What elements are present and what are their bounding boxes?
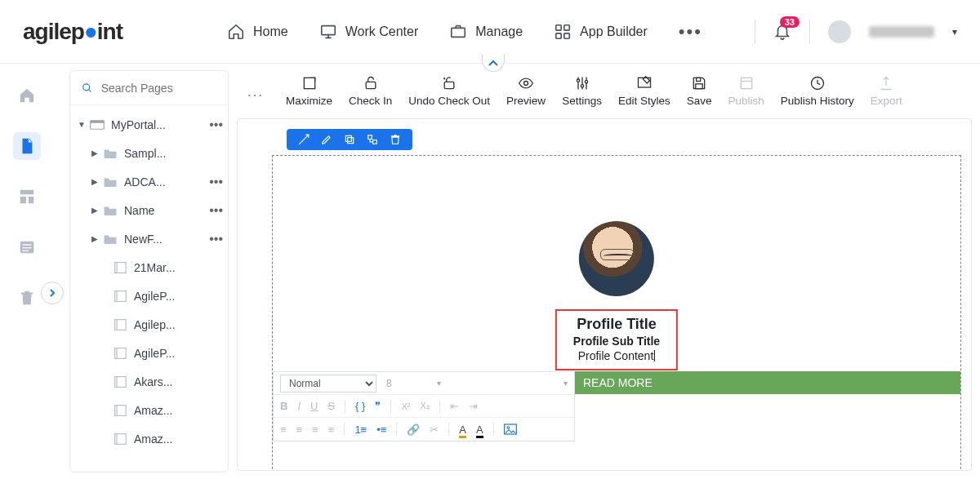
profile-title[interactable]: Profile Title: [573, 316, 660, 333]
tool-export: Export: [862, 75, 911, 107]
tree-folder[interactable]: ▶ Sampl...: [70, 139, 228, 167]
svg-rect-15: [91, 120, 105, 122]
nav-more[interactable]: •••: [679, 21, 702, 42]
rail-trash[interactable]: [13, 284, 41, 312]
rte-align-right[interactable]: ≡: [312, 424, 318, 436]
nav-home[interactable]: Home: [227, 23, 288, 41]
action-copy[interactable]: [344, 134, 355, 145]
expander-icon[interactable]: ▶: [90, 234, 100, 243]
rail-list[interactable]: [13, 233, 41, 261]
widget-container[interactable]: Profile Title Profile Sub Title Profile …: [272, 155, 961, 471]
maximize-icon: [301, 75, 318, 91]
row-menu[interactable]: •••: [204, 232, 228, 246]
rte-ordered-list[interactable]: 1≡: [354, 424, 367, 436]
rte-indent[interactable]: ⇥: [469, 400, 478, 412]
tool-settings[interactable]: Settings: [554, 75, 610, 107]
tree-page[interactable]: 21Mar...: [70, 253, 228, 282]
user-avatar[interactable]: [828, 20, 851, 43]
profile-content[interactable]: Profile Content: [573, 349, 660, 362]
tree-page[interactable]: Amaz...: [70, 424, 228, 453]
row-menu[interactable]: •••: [204, 203, 228, 218]
tree-page[interactable]: AgileP...: [70, 339, 228, 367]
expander-icon[interactable]: ▶: [90, 206, 100, 215]
svg-rect-4: [556, 33, 561, 38]
action-move[interactable]: [298, 134, 310, 145]
user-menu-toggle[interactable]: ▾: [952, 26, 957, 38]
notifications-button[interactable]: 33: [773, 23, 791, 41]
profile-subtitle[interactable]: Profile Sub Title: [573, 335, 660, 348]
nav-manage[interactable]: Manage: [449, 23, 523, 41]
rail-expand-toggle[interactable]: [41, 282, 64, 304]
rte-bold[interactable]: B: [280, 400, 287, 412]
action-edit[interactable]: [321, 134, 332, 145]
row-menu[interactable]: •••: [204, 175, 228, 189]
rte-paragraph-select[interactable]: Normal: [280, 375, 376, 393]
rte-strike[interactable]: S: [327, 400, 335, 412]
rte-fontsize[interactable]: 8: [386, 378, 427, 389]
expander-icon[interactable]: ▶: [90, 149, 100, 157]
search-pages-input[interactable]: [101, 82, 216, 95]
pencil-icon: [321, 134, 332, 145]
rte-bg-color[interactable]: A: [476, 424, 483, 436]
widget-action-strip: [287, 129, 412, 150]
copy-icon: [344, 134, 355, 145]
expander-icon[interactable]: ▼: [77, 120, 87, 129]
tool-save[interactable]: Save: [679, 75, 720, 107]
chevron-down-icon[interactable]: ▾: [437, 379, 441, 388]
rail-components[interactable]: [13, 183, 41, 211]
rte-align-justify[interactable]: ≡: [328, 424, 335, 436]
row-menu[interactable]: •••: [204, 118, 228, 132]
rte-unlink[interactable]: ✂: [430, 424, 439, 436]
tree-folder[interactable]: ▶ NewF... •••: [70, 224, 228, 253]
tool-maximize[interactable]: Maximize: [278, 75, 341, 107]
rte-text-color[interactable]: A: [459, 424, 466, 436]
action-settings[interactable]: [367, 134, 378, 145]
page-icon: [113, 261, 127, 274]
nav-work-center[interactable]: Work Center: [319, 23, 419, 41]
tree-page[interactable]: Akars...: [70, 367, 228, 396]
nav-app-builder[interactable]: App Builder: [554, 23, 648, 41]
svg-rect-25: [117, 376, 126, 387]
tree-page[interactable]: Amaz...: [70, 396, 228, 424]
rte-link[interactable]: 🔗: [407, 424, 420, 436]
rte-unordered-list[interactable]: •≡: [376, 424, 386, 436]
rail-pages[interactable]: [13, 132, 41, 160]
action-delete[interactable]: [390, 134, 401, 145]
rte-superscript[interactable]: X²: [401, 401, 410, 411]
read-more-bar[interactable]: READ MORE: [575, 371, 960, 394]
profile-widget[interactable]: Profile Title Profile Sub Title Profile …: [555, 221, 678, 370]
rte-quote[interactable]: ❞: [375, 400, 381, 412]
canvas[interactable]: Profile Title Profile Sub Title Profile …: [237, 118, 972, 471]
tool-label: Undo Check Out: [408, 95, 490, 107]
tool-preview[interactable]: Preview: [498, 75, 554, 107]
rte-align-center[interactable]: ≡: [296, 424, 303, 436]
svg-rect-21: [117, 319, 126, 330]
tree-page-label: Agilep...: [134, 318, 228, 331]
divider: [809, 20, 810, 44]
chevron-right-icon: [48, 289, 56, 297]
tool-publish-history[interactable]: Publish History: [773, 75, 862, 107]
rte-subscript[interactable]: X₂: [420, 401, 429, 411]
tool-edit-styles[interactable]: Edit Styles: [610, 75, 679, 107]
rte-align-left[interactable]: ≡: [280, 424, 287, 436]
rte-image[interactable]: [504, 424, 517, 435]
chevron-down-icon[interactable]: ▾: [564, 379, 568, 388]
tree-page[interactable]: AgileP...: [70, 282, 228, 310]
tree-page-label: Amaz...: [134, 432, 228, 446]
tool-undo-checkout[interactable]: Undo Check Out: [400, 75, 498, 107]
tool-checkin[interactable]: Check In: [341, 75, 400, 107]
tool-label: Export: [871, 95, 902, 107]
rail-home[interactable]: [13, 82, 41, 109]
tree-page[interactable]: Agilep...: [70, 310, 228, 339]
history-icon: [809, 75, 826, 91]
rte-outdent[interactable]: ⇤: [450, 400, 459, 412]
rte-italic[interactable]: I: [297, 400, 301, 412]
tree-folder[interactable]: ▶ Name •••: [70, 196, 228, 224]
page-icon: [113, 290, 127, 303]
tree-root[interactable]: ▼ MyPortal... •••: [70, 110, 228, 139]
rte-code[interactable]: { }: [355, 400, 365, 412]
toolbar-more[interactable]: ⋯: [237, 75, 278, 104]
rte-underline[interactable]: U: [310, 400, 318, 412]
tree-folder[interactable]: ▶ ADCA... •••: [70, 167, 228, 196]
expander-icon[interactable]: ▶: [90, 177, 100, 186]
